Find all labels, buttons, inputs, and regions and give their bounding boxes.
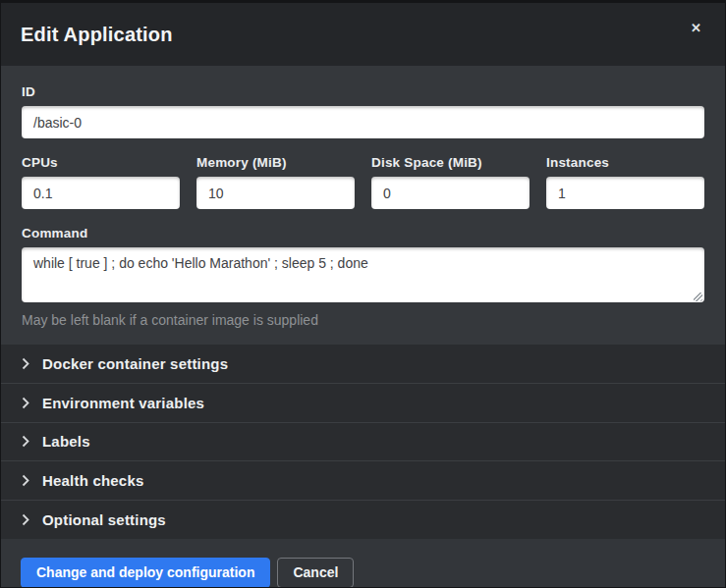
chevron-right-icon (22, 397, 29, 409)
modal-title: Edit Application (21, 24, 173, 46)
disk-label: Disk Space (MiB) (371, 155, 530, 170)
section-docker-container-settings[interactable]: Docker container settings (1, 345, 725, 384)
collapsible-sections: Docker container settings Environment va… (1, 345, 725, 539)
command-field-group: Command while [ true ] ; do echo 'Hello … (22, 226, 704, 328)
instances-input[interactable] (546, 177, 704, 209)
change-and-deploy-button[interactable]: Change and deploy configuration (21, 558, 270, 588)
edit-application-form: ID CPUs Memory (MiB) Disk Space (MiB) In… (1, 66, 725, 345)
section-label: Optional settings (42, 511, 166, 528)
edit-application-modal: Edit Application ✕ ID CPUs Memory (MiB) … (0, 0, 726, 588)
id-input[interactable] (22, 106, 704, 138)
section-labels[interactable]: Labels (1, 423, 725, 462)
section-label: Health checks (42, 472, 143, 489)
section-health-checks[interactable]: Health checks (1, 461, 725, 501)
chevron-right-icon (22, 513, 29, 526)
modal-header: Edit Application ✕ (1, 3, 725, 66)
disk-input[interactable] (371, 177, 530, 209)
id-field-group: ID (22, 84, 704, 138)
command-label: Command (22, 226, 704, 241)
instances-label: Instances (546, 155, 704, 170)
chevron-right-icon (22, 357, 29, 370)
memory-label: Memory (MiB) (196, 155, 355, 170)
section-optional-settings[interactable]: Optional settings (1, 501, 725, 539)
cancel-button[interactable]: Cancel (277, 558, 354, 588)
id-label: ID (22, 84, 704, 99)
modal-footer: Change and deploy configuration Cancel (1, 539, 725, 588)
instances-field-group: Instances (546, 155, 704, 209)
command-textarea[interactable]: while [ true ] ; do echo 'Hello Marathon… (22, 247, 704, 302)
command-help-text: May be left blank if a container image i… (22, 312, 704, 328)
section-label: Labels (42, 433, 90, 450)
memory-field-group: Memory (MiB) (196, 155, 355, 209)
section-label: Environment variables (42, 395, 204, 411)
cpus-input[interactable] (22, 177, 180, 209)
close-button[interactable]: ✕ (687, 18, 705, 38)
section-label: Docker container settings (42, 355, 228, 372)
chevron-right-icon (22, 474, 29, 487)
close-icon: ✕ (691, 21, 701, 35)
resources-row: CPUs Memory (MiB) Disk Space (MiB) Insta… (22, 155, 704, 209)
section-environment-variables[interactable]: Environment variables (1, 384, 725, 423)
cpus-label: CPUs (22, 155, 180, 170)
disk-field-group: Disk Space (MiB) (371, 155, 530, 209)
memory-input[interactable] (196, 177, 355, 209)
cpus-field-group: CPUs (22, 155, 180, 209)
chevron-right-icon (22, 435, 29, 448)
